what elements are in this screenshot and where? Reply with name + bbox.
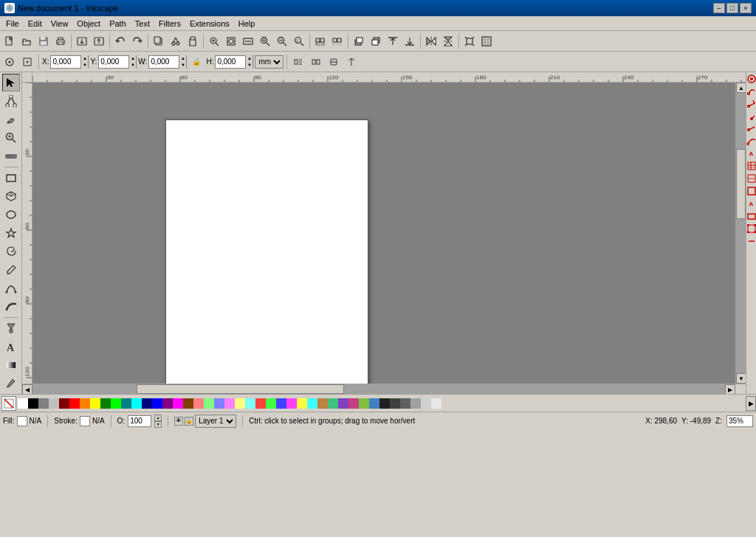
color-swatch-31[interactable] [338,398,348,409]
raise-top-button[interactable] [385,33,401,49]
snap-bbox-button[interactable] [746,97,756,109]
color-swatch-1[interactable] [28,398,38,409]
snap-page-border-button[interactable] [746,185,756,197]
pen-tool[interactable] [2,280,20,297]
h-up-arrow[interactable]: ▲ [245,55,252,62]
h-input[interactable] [216,56,245,68]
close-button[interactable]: × [740,3,752,13]
color-swatch-15[interactable] [173,398,183,409]
layer-select[interactable]: Layer 1 [195,415,236,428]
color-swatch-17[interactable] [193,398,204,409]
snap-guide-button[interactable] [746,173,756,184]
lock-aspect-button[interactable]: 🔒 [188,54,205,70]
snap-nodes-button[interactable] [746,85,756,97]
menu-item-view[interactable]: View [47,18,73,30]
zoom-fit-width-button[interactable] [240,33,256,49]
color-swatch-22[interactable] [245,398,255,409]
color-swatch-40[interactable] [431,398,441,409]
menu-item-text[interactable]: Text [131,18,154,30]
titlebar-controls[interactable]: – □ × [713,3,752,13]
menu-item-filters[interactable]: Filters [154,18,185,30]
opacity-down[interactable]: ▼ [154,421,162,428]
stroke-color-box[interactable] [80,416,90,426]
x-up-arrow[interactable]: ▲ [80,55,88,62]
color-swatch-0[interactable] [18,398,28,409]
color-swatch-37[interactable] [400,398,410,409]
transform-button[interactable] [461,33,478,49]
zoom-fit-page-button[interactable] [223,33,239,49]
zoom-input[interactable] [726,415,753,427]
bucket-tool[interactable] [2,319,20,337]
snap-box-button[interactable] [746,210,756,222]
menu-item-object[interactable]: Object [72,18,105,30]
color-swatch-25[interactable] [276,398,286,409]
color-swatch-30[interactable] [328,398,338,409]
color-swatch-20[interactable] [224,398,235,409]
no-paint-button[interactable] [1,396,16,411]
minimize-button[interactable]: – [713,3,725,13]
zoom-in-button[interactable] [257,33,273,49]
menu-item-file[interactable]: File [1,18,24,30]
color-swatch-24[interactable] [266,398,276,409]
import-button[interactable] [74,33,90,49]
cut-button[interactable] [168,33,184,49]
color-swatch-28[interactable] [307,398,317,409]
color-swatch-26[interactable] [286,398,297,409]
vscrollbar[interactable]: ▲ ▼ [735,83,746,384]
zoom-original-button[interactable]: 1 [291,33,307,49]
snap4-button[interactable] [308,54,324,70]
color-swatch-5[interactable] [69,398,80,409]
palette-scroll-right[interactable]: ▶ [746,396,756,411]
color-swatch-19[interactable] [214,398,224,409]
color-swatch-10[interactable] [121,398,131,409]
snap2-button[interactable] [19,54,35,70]
color-swatch-6[interactable] [80,398,90,409]
snap-smooth-nodes-button[interactable] [746,135,756,147]
color-swatch-33[interactable] [359,398,369,409]
menu-item-help[interactable]: Help [234,18,260,30]
redo-button[interactable] [129,33,145,49]
color-swatch-13[interactable] [152,398,162,409]
color-swatch-27[interactable] [297,398,307,409]
menu-item-edit[interactable]: Edit [24,18,47,30]
save-button[interactable] [35,33,52,49]
color-swatch-2[interactable] [38,398,49,409]
raise-button[interactable] [351,33,367,49]
color-swatch-7[interactable] [90,398,100,409]
snap-corners-button[interactable] [746,223,756,235]
hscroll-left-button[interactable]: ◀ [22,384,32,394]
canvas-area[interactable] [32,83,735,384]
snap-text-button[interactable]: A [746,148,756,159]
snap-centers-button[interactable] [746,122,756,134]
layer-eye-icon[interactable]: 👁 [174,417,183,426]
snap-divider-button[interactable] [746,235,756,247]
color-swatch-23[interactable] [255,398,266,409]
snap-grid-button[interactable] [746,160,756,172]
hscroll-thumb[interactable] [137,384,344,394]
maximize-button[interactable]: □ [726,3,738,13]
vscroll-thumb[interactable] [736,149,746,219]
w-input[interactable] [149,56,179,68]
y-input[interactable] [99,56,128,68]
x-down-arrow[interactable]: ▼ [80,62,88,69]
snap6-button[interactable] [343,54,360,70]
selector-tool[interactable] [2,74,20,91]
color-swatch-4[interactable] [59,398,69,409]
ungroup-button[interactable] [329,33,346,49]
print-button[interactable] [52,33,69,49]
flip-v-button[interactable] [440,33,456,49]
snap-midpoints-button[interactable] [746,110,756,122]
export-button[interactable] [91,33,107,49]
snap-text2-button[interactable]: A [746,198,756,209]
opacity-input[interactable] [128,415,151,427]
w-up-arrow[interactable]: ▲ [179,55,186,62]
flip-h-button[interactable] [423,33,439,49]
menu-item-extensions[interactable]: Extensions [185,18,234,30]
menu-item-path[interactable]: Path [105,18,131,30]
hscroll-right-button[interactable]: ▶ [725,384,735,394]
color-swatch-38[interactable] [410,398,421,409]
hscrollbar[interactable]: ◀ ▶ [22,384,746,394]
color-swatch-9[interactable] [111,398,121,409]
fill-color-box[interactable] [17,416,27,426]
zoom-tool[interactable] [2,129,20,147]
